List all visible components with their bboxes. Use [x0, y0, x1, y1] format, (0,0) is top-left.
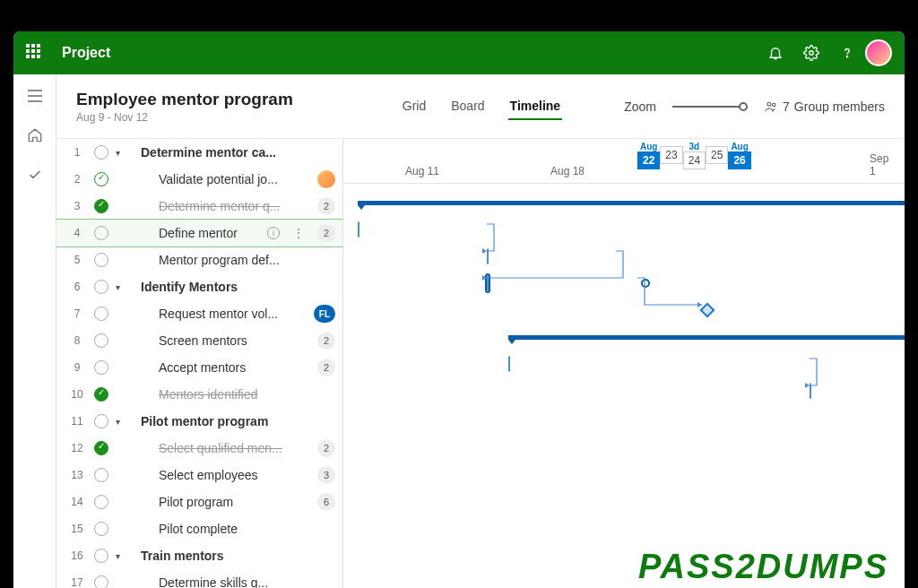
chevron-down-icon[interactable]: ▾: [116, 148, 126, 158]
chevron-down-icon[interactable]: ▾: [116, 417, 126, 427]
notifications-icon[interactable]: [758, 35, 793, 71]
task-row[interactable]: 7Request mentor vol...FL: [56, 300, 342, 327]
task-label[interactable]: Train mentors: [141, 549, 335, 563]
task-row[interactable]: 10Mentors identified: [56, 381, 342, 408]
gantt-bar[interactable]: [508, 324, 905, 350]
row-number: 14: [67, 496, 87, 508]
complete-toggle[interactable]: [94, 522, 108, 536]
complete-toggle[interactable]: [94, 172, 108, 186]
task-label[interactable]: Select qualified men...: [159, 441, 310, 455]
gantt-bar[interactable]: [810, 377, 905, 404]
task-label[interactable]: Accept mentors: [159, 360, 310, 375]
checkmark-icon[interactable]: [21, 160, 49, 189]
task-row[interactable]: 17Determine skills g...: [56, 569, 342, 588]
task-label[interactable]: Pilot complete: [159, 522, 335, 536]
row-number: 13: [67, 469, 87, 481]
tab-grid[interactable]: Grid: [401, 93, 428, 120]
task-row[interactable]: 8Screen mentors2: [56, 327, 342, 354]
more-icon[interactable]: ⋮: [292, 226, 305, 240]
settings-icon[interactable]: [793, 35, 829, 71]
complete-toggle[interactable]: [94, 387, 108, 402]
task-label[interactable]: Pilot mentor program: [141, 414, 335, 428]
complete-toggle[interactable]: [94, 468, 108, 482]
complete-toggle[interactable]: [94, 253, 108, 267]
task-row[interactable]: 3Determine mentor q...2: [56, 193, 342, 220]
row-number: 4: [67, 227, 87, 239]
chevron-down-icon[interactable]: ▾: [116, 282, 126, 292]
gantt-bar[interactable]: [358, 216, 487, 243]
count-badge: 2: [317, 224, 335, 242]
task-label[interactable]: Identify Mentors: [141, 280, 335, 294]
tab-board[interactable]: Board: [449, 93, 486, 120]
task-row[interactable]: 15Pilot complete: [56, 515, 342, 542]
zoom-slider[interactable]: [672, 106, 748, 108]
task-row[interactable]: 1▾Determine mentor ca...: [56, 139, 342, 166]
menu-icon[interactable]: [21, 82, 49, 110]
user-avatar[interactable]: [865, 39, 892, 66]
complete-toggle[interactable]: [94, 549, 108, 563]
complete-toggle[interactable]: [94, 575, 108, 588]
task-label[interactable]: Determine mentor ca...: [141, 145, 335, 160]
task-label[interactable]: Screen mentors: [159, 333, 310, 348]
task-label[interactable]: Define mentor: [159, 226, 256, 240]
complete-toggle[interactable]: [94, 199, 108, 213]
assignee-badge[interactable]: FL: [314, 305, 335, 323]
task-row[interactable]: 6▾Identify Mentors: [56, 273, 342, 300]
assignee-avatar[interactable]: [317, 170, 335, 188]
row-number: 1: [67, 146, 87, 159]
chevron-down-icon[interactable]: ▾: [116, 551, 126, 561]
project-header: Employee mentor program Aug 9 - Nov 12 G…: [56, 74, 905, 139]
task-row[interactable]: 4Define mentori⋮2: [56, 220, 342, 246]
gantt-bar[interactable]: [702, 297, 713, 324]
task-row[interactable]: 2Validate potential jo...: [56, 166, 342, 193]
timeline-header: Aug22 23 3d24 25 Aug26 Aug 11 Aug 18 Sep…: [343, 139, 905, 184]
task-row[interactable]: 12Select qualified men...2: [56, 435, 342, 462]
row-number: 11: [67, 415, 87, 428]
task-label[interactable]: Select employees: [159, 468, 310, 482]
count-badge: 2: [317, 439, 335, 457]
row-number: 9: [67, 361, 87, 374]
task-list[interactable]: 1▾Determine mentor ca...2Validate potent…: [56, 139, 343, 588]
complete-toggle[interactable]: [94, 280, 108, 294]
task-label[interactable]: Determine skills g...: [159, 575, 335, 588]
gantt-bar[interactable]: [487, 270, 637, 297]
task-label[interactable]: Mentor program def...: [159, 253, 335, 267]
info-icon[interactable]: i: [267, 227, 280, 239]
task-label[interactable]: Mentors identified: [159, 387, 335, 402]
view-tabs: Grid Board Timeline: [401, 93, 562, 120]
gantt-chart[interactable]: Aug22 23 3d24 25 Aug26 Aug 11 Aug 18 Sep…: [343, 139, 905, 588]
gantt-bar[interactable]: [358, 189, 905, 216]
complete-toggle[interactable]: [94, 307, 108, 321]
complete-toggle[interactable]: [94, 333, 108, 348]
complete-toggle[interactable]: [94, 495, 108, 509]
row-number: 17: [67, 576, 87, 588]
milestone-marker[interactable]: [700, 303, 715, 318]
task-row[interactable]: 9Accept mentors2: [56, 354, 342, 381]
complete-toggle[interactable]: [94, 226, 108, 240]
task-label[interactable]: Validate potential jo...: [159, 172, 310, 186]
task-label[interactable]: Pilot program: [159, 495, 310, 509]
complete-toggle[interactable]: [94, 360, 108, 375]
complete-toggle[interactable]: [94, 441, 108, 455]
task-row[interactable]: 11▾Pilot mentor program: [56, 408, 342, 435]
gantt-bar[interactable]: [508, 350, 810, 377]
home-icon[interactable]: [21, 121, 49, 150]
task-row[interactable]: 16▾Train mentors: [56, 542, 342, 569]
watermark: PASS2DUMPS: [638, 548, 888, 586]
group-members-button[interactable]: 7 Group members: [764, 99, 885, 114]
help-icon[interactable]: [829, 35, 865, 71]
row-number: 5: [67, 254, 87, 266]
task-label[interactable]: Request mentor vol...: [159, 307, 307, 321]
app-launcher-icon[interactable]: [26, 44, 44, 62]
task-row[interactable]: 14Pilot program6: [56, 489, 342, 515]
tab-timeline[interactable]: Timeline: [508, 93, 563, 120]
svg-point-6: [773, 103, 775, 106]
complete-toggle[interactable]: [94, 414, 108, 428]
gantt-bar[interactable]: [487, 243, 616, 270]
svg-point-5: [767, 102, 771, 106]
task-row[interactable]: 13Select employees3: [56, 462, 342, 489]
task-row[interactable]: 5Mentor program def...: [56, 246, 342, 273]
task-label[interactable]: Determine mentor q...: [159, 199, 310, 213]
count-badge: 2: [317, 332, 335, 350]
complete-toggle[interactable]: [94, 145, 108, 160]
